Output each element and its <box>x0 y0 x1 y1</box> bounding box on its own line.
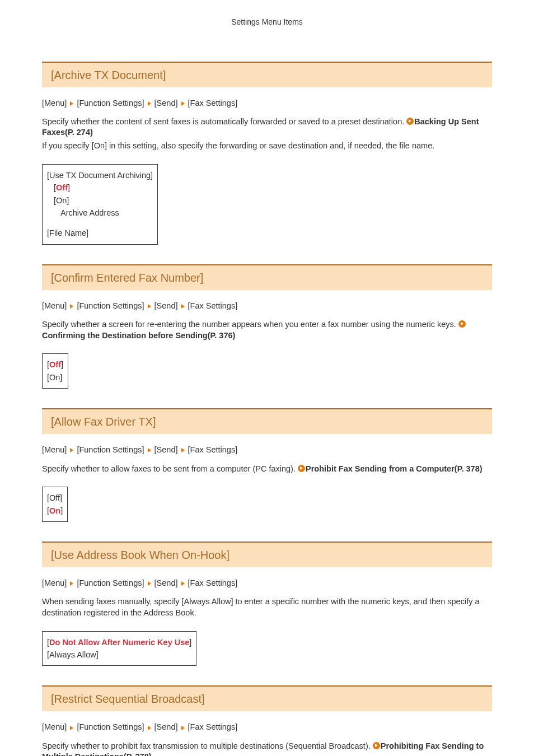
chevron-right-icon <box>70 448 73 452</box>
bc-send: [Send] <box>154 722 178 731</box>
option-default: Off <box>56 183 68 192</box>
option-on: [On] <box>47 505 63 517</box>
bc-function-settings: [Function Settings] <box>77 578 144 587</box>
chevron-right-icon <box>70 304 73 309</box>
page-content: Settings Menu Items [Archive TX Document… <box>0 0 534 756</box>
option-off: [Off] <box>47 492 63 504</box>
breadcrumb: [Menu] [Function Settings] [Send] [Fax S… <box>42 97 492 109</box>
option-default: Do Not Allow After Numeric Key Use <box>49 638 189 647</box>
section-restrict: [Restrict Sequential Broadcast] [Menu] [… <box>42 685 492 756</box>
options-box: [Do Not Allow After Numeric Key Use] [Al… <box>42 631 196 666</box>
section-description: Specify whether the content of sent faxe… <box>42 116 492 138</box>
desc-text: Specify whether to prohibit fax transmis… <box>42 741 373 750</box>
bracket: ] <box>61 360 63 369</box>
bc-send: [Send] <box>154 99 178 108</box>
desc-text: Specify whether a screen for re-entering… <box>42 320 458 329</box>
option-archive-address: Archive Address <box>47 207 153 219</box>
section-onhook: [Use Address Book When On-Hook] [Menu] [… <box>42 542 492 666</box>
bc-send: [Send] <box>154 578 178 587</box>
bc-function-settings: [Function Settings] <box>77 301 144 310</box>
bc-menu: [Menu] <box>42 445 67 454</box>
chevron-right-icon <box>181 581 185 586</box>
chevron-right-icon <box>148 726 151 730</box>
option-always-allow: [Always Allow] <box>47 648 191 661</box>
chevron-right-icon <box>148 304 151 309</box>
section-heading: [Confirm Entered Fax Number] <box>42 264 492 290</box>
option-do-not-allow: [Do Not Allow After Numeric Key Use] <box>47 636 191 648</box>
desc-text: Specify whether the content of sent faxe… <box>42 117 406 126</box>
section-description: Specify whether to prohibit fax transmis… <box>42 741 492 756</box>
bc-fax-settings: [Fax Settings] <box>188 722 238 731</box>
option-off: [Off] <box>47 358 63 371</box>
options-box: [Off] [On] <box>42 353 68 389</box>
bc-fax-settings: [Fax Settings] <box>188 445 238 454</box>
section-allow: [Allow Fax Driver TX] [Menu] [Function S… <box>42 408 492 522</box>
option-on: [On] <box>47 371 63 384</box>
bc-function-settings: [Function Settings] <box>77 99 144 108</box>
desc-text: Specify whether to allow faxes to be sen… <box>42 464 298 473</box>
cross-ref-link[interactable]: Prohibit Fax Sending from a Computer(P. … <box>306 464 483 473</box>
breadcrumb: [Menu] [Function Settings] [Send] [Fax S… <box>42 721 492 732</box>
option-default: On <box>49 506 60 515</box>
bc-fax-settings: [Fax Settings] <box>188 99 238 108</box>
bc-menu: [Menu] <box>42 99 67 108</box>
play-circle-icon <box>406 118 414 125</box>
breadcrumb: [Menu] [Function Settings] [Send] [Fax S… <box>42 300 492 311</box>
bc-function-settings: [Function Settings] <box>77 722 144 731</box>
bracket: ] <box>60 506 63 515</box>
section-description: Specify whether a screen for re-entering… <box>42 319 492 341</box>
bc-send: [Send] <box>154 301 178 310</box>
play-circle-icon <box>373 742 380 749</box>
option-off: [Off] <box>47 181 153 194</box>
bracket: ] <box>189 638 191 647</box>
section-heading: [Restrict Sequential Broadcast] <box>42 685 492 711</box>
cross-ref-link[interactable]: Confirming the Destination before Sendin… <box>42 331 235 340</box>
chevron-right-icon <box>181 726 185 730</box>
bc-function-settings: [Function Settings] <box>77 445 144 454</box>
chevron-right-icon <box>70 726 73 730</box>
option-default: Off <box>49 360 61 369</box>
running-header: Settings Menu Items <box>42 17 492 28</box>
section-description: Specify whether to allow faxes to be sen… <box>42 464 492 475</box>
options-box: [Off] [On] <box>42 487 68 522</box>
play-circle-icon <box>298 465 305 472</box>
chevron-right-icon <box>181 101 185 106</box>
chevron-right-icon <box>148 448 151 452</box>
bc-menu: [Menu] <box>42 578 67 587</box>
chevron-right-icon <box>148 101 151 106</box>
breadcrumb: [Menu] [Function Settings] [Send] [Fax S… <box>42 444 492 455</box>
chevron-right-icon <box>70 581 73 586</box>
bc-menu: [Menu] <box>42 301 67 310</box>
option-group-label: [Use TX Document Archiving] <box>47 169 153 181</box>
option-on: [On] <box>47 194 153 207</box>
section-confirm: [Confirm Entered Fax Number] [Menu] [Fun… <box>42 264 492 389</box>
chevron-right-icon <box>181 448 185 452</box>
bracket: ] <box>68 183 70 192</box>
section-description: When sending faxes manually, specify [Al… <box>42 596 492 618</box>
section-heading: [Archive TX Document] <box>42 62 492 87</box>
section-heading: [Allow Fax Driver TX] <box>42 408 492 434</box>
chevron-right-icon <box>148 581 151 586</box>
desc-text: If you specify [On] in this setting, als… <box>42 141 492 152</box>
bc-fax-settings: [Fax Settings] <box>188 301 238 310</box>
play-circle-icon <box>458 320 466 328</box>
bc-fax-settings: [Fax Settings] <box>188 578 238 587</box>
breadcrumb: [Menu] [Function Settings] [Send] [Fax S… <box>42 577 492 589</box>
bc-menu: [Menu] <box>42 722 67 731</box>
section-heading: [Use Address Book When On-Hook] <box>42 542 492 567</box>
chevron-right-icon <box>70 101 73 106</box>
option-file-name: [File Name] <box>47 227 153 239</box>
bc-send: [Send] <box>154 445 178 454</box>
options-box: [Use TX Document Archiving] [Off] [On] A… <box>42 164 158 245</box>
section-archive: [Archive TX Document] [Menu] [Function S… <box>42 62 492 245</box>
chevron-right-icon <box>181 304 185 309</box>
